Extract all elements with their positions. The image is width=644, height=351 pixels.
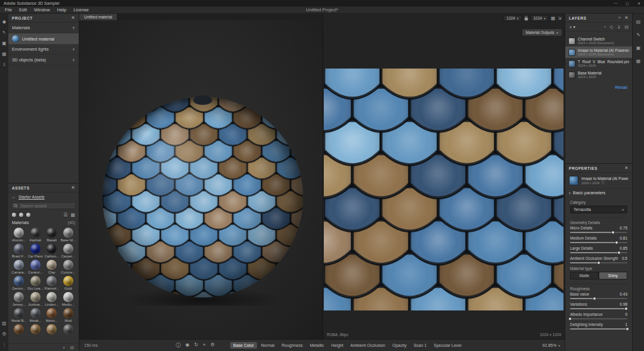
slider-handle[interactable] [626,327,629,331]
layers-close-icon[interactable]: ✕ [625,15,628,20]
back-arrow-icon[interactable]: ← [12,195,16,199]
asset-concre[interactable]: Concre... [60,260,77,274]
focus-icon[interactable]: ⌖ [203,342,206,349]
asset-item-27[interactable] [60,324,77,335]
material-type-matte[interactable]: Matte [570,272,599,279]
minimize-icon[interactable]: — [614,1,617,5]
slider-track[interactable] [570,328,627,330]
camera-icon[interactable]: ◉ [185,342,190,349]
asset-item-24[interactable] [11,324,27,335]
more-icon[interactable]: ⋮ [2,343,7,347]
channel-tab-normal[interactable]: Normal [258,342,278,349]
asset-metal-b[interactable]: Metal B... [11,308,27,322]
asset-metal[interactable]: Metal... [27,308,44,322]
asset-mud[interactable]: Mud [60,308,77,322]
slider-handle[interactable] [611,231,615,234]
viewport-3d[interactable]: Untitled material [79,14,323,339]
slider-track[interactable] [570,252,627,253]
slider-handle[interactable] [597,261,600,265]
asset-asphalt[interactable]: Asphalt [27,228,44,242]
filter-materials-icon[interactable] [12,213,16,217]
reload-link[interactable]: Reload [565,80,632,89]
section-materials[interactable]: Materials + [8,23,79,33]
grid-view-icon[interactable]: ▦ [70,212,75,218]
list-view-icon[interactable]: ☰ [63,212,67,218]
slider-track[interactable] [570,262,627,263]
window-close-icon[interactable]: ✕ [637,1,640,5]
add-environment-icon[interactable]: + [72,46,75,52]
channel-tab-roughness[interactable]: Roughness [278,342,305,349]
material-outputs-dropdown[interactable]: Material Outputs ▾ [522,29,562,36]
asset-metro[interactable]: Metro... [44,308,60,322]
tiling-view-icon[interactable]: ▦ [551,15,556,21]
turntable-icon[interactable]: ↻ [194,342,199,349]
export-layer-icon[interactable]: ⇓ [617,24,621,30]
info-icon[interactable]: ⓘ [176,342,181,349]
blend-mode-dropdown[interactable]: ◑ ▾ [569,24,575,30]
channel-tab-scan-1[interactable]: Scan 1 [411,342,430,349]
basic-parameters-toggle[interactable]: ▾ Basic parameters [565,188,632,197]
asset-base-m[interactable]: Base M... [60,228,77,242]
zoom-level-dropdown[interactable]: 92.85% ▾ [542,343,560,347]
starter-assets-link[interactable]: Starter Assets [18,195,45,199]
channel-tab-metallic[interactable]: Metallic [307,342,327,349]
viewport-settings-icon[interactable]: ⚙ [210,342,215,349]
asset-clay[interactable]: Clay [44,260,60,274]
filter-models-icon[interactable] [26,213,30,217]
asset-carpet[interactable]: Carpet... [60,244,77,258]
filter-lights-icon[interactable] [19,213,23,217]
plugins-icon[interactable]: ▧ [2,321,7,326]
section-3d-objects[interactable]: 3D objects (beta) + [8,55,79,66]
delete-layer-icon[interactable]: ⊟ [624,24,628,30]
slider-handle[interactable] [624,307,628,310]
edit-tools-icon[interactable]: ✎ [636,33,640,38]
info-icon[interactable]: ⓘ [601,181,605,185]
material-type-shiny[interactable]: Shiny [599,272,627,279]
assets-materials-section[interactable]: Materials (40) [8,219,79,226]
assets-panel-icon[interactable]: ▦ [636,59,641,64]
sampler-home-icon[interactable]: ◆ [2,20,6,24]
asset-carrara[interactable]: Carrara... [11,260,27,274]
slider-track[interactable] [570,298,627,299]
category-dropdown[interactable]: Terracotta ▾ [570,206,627,213]
menu-file[interactable]: File [5,7,12,13]
3d-sphere-preview[interactable] [95,85,310,306]
slider-track[interactable] [570,308,627,309]
slider-handle[interactable] [617,251,621,254]
opacity-icon[interactable]: ◔ [603,24,606,30]
layer-row-image-to-material-ai-powered[interactable]: Image to Material (AI Powered)1024 x 102… [565,46,632,58]
asset-alumin[interactable]: Alumin... [11,228,27,242]
height-dropdown[interactable]: 1024▾ [531,15,549,21]
project-close-icon[interactable]: ✕ [72,15,75,20]
maximize-icon[interactable]: ▢ [626,1,629,5]
asset-item-26[interactable] [44,324,60,335]
layer-row-channel-switch[interactable]: Channel Switch1024 x 1024 (Document) [565,35,632,46]
section-environment-lights[interactable]: Environment lights + [8,44,79,55]
channel-tab-opacity[interactable]: Opacity [389,342,410,349]
settings-icon[interactable]: ⚙ [2,332,6,337]
delete-asset-icon[interactable]: ⊟ [70,345,74,350]
texture-2d-view[interactable] [324,69,564,310]
expand-view-icon[interactable]: ⇲ [558,15,562,21]
search-input[interactable] [11,202,76,209]
layers-panel-icon[interactable]: ▣ [636,46,641,51]
menu-help[interactable]: Help [57,7,66,13]
add-3d-object-icon[interactable]: + [72,57,75,63]
menu-window[interactable]: Window [34,7,50,13]
asset-braid-f[interactable]: Braid F... [11,244,27,258]
add-material-icon[interactable]: + [72,25,75,31]
asset-denim[interactable]: Denim... [11,276,27,290]
width-dropdown[interactable]: 1024▾ [503,15,521,21]
asset-basalt[interactable]: Basalt [44,228,60,242]
slider-track[interactable] [570,318,627,319]
asset-cerami[interactable]: Cerami... [27,260,44,274]
layer-row-t-roof-v-blue-rounded-png[interactable]: T_Roof_V_Blue_Rounded.png1024 x 1024 [565,58,632,69]
slider-handle[interactable] [615,241,618,244]
assets-close-icon[interactable]: ✕ [72,185,75,190]
layout-tool-icon[interactable]: ▦ [2,52,7,57]
slider-handle[interactable] [568,317,572,321]
menu-license[interactable]: License [73,7,89,13]
menu-edit[interactable]: Edit [19,7,27,13]
share-tool-icon[interactable]: ⇩ [2,63,7,67]
slider-handle[interactable] [593,297,596,300]
